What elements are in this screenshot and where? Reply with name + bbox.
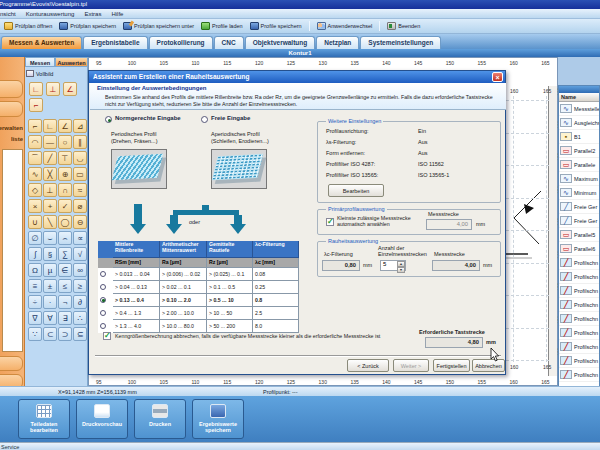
- list-item[interactable]: ╱Profilschn: [559, 340, 599, 354]
- wizard-button-abbrechen[interactable]: Abbrechen: [472, 359, 505, 372]
- tool-icon[interactable]: ∩: [58, 183, 72, 197]
- anzahl-spinner[interactable]: 5 ▲▼: [380, 260, 406, 271]
- main-tab-2[interactable]: Protokollierung: [149, 36, 213, 49]
- sidebar-section-verwalten[interactable]: verwalten: [0, 125, 23, 131]
- list-item[interactable]: ∿Ausgleichs: [559, 116, 599, 130]
- tool-icon[interactable]: √: [73, 247, 87, 261]
- wizard-button-zurck[interactable]: < Zurück: [347, 359, 389, 372]
- tool-icon[interactable]: ○: [58, 135, 72, 149]
- main-tab-4[interactable]: Objektverwaltung: [245, 36, 316, 49]
- sidebar-button[interactable]: [0, 356, 23, 371]
- row-radio-button[interactable]: [100, 284, 106, 290]
- list-item[interactable]: ▭Parallele: [559, 158, 599, 172]
- row-radio-button[interactable]: [100, 323, 106, 329]
- tool-icon[interactable]: ∝: [73, 231, 87, 245]
- tool-icon[interactable]: ∞: [73, 263, 87, 277]
- spinner-down-icon[interactable]: ▼: [397, 267, 405, 273]
- tool-icon[interactable]: ◠: [28, 135, 42, 149]
- tool-icon[interactable]: ∅: [28, 231, 42, 245]
- datum-tool-icon[interactable]: ⊥: [46, 82, 60, 96]
- row-radio-button[interactable]: [100, 310, 106, 316]
- tool-icon[interactable]: ⌒: [28, 151, 42, 165]
- sidebar-button[interactable]: [0, 101, 23, 117]
- tool-icon[interactable]: ≤: [58, 279, 72, 293]
- radio-freie-eingabe[interactable]: [201, 116, 208, 123]
- results-column-header[interactable]: Name: [559, 93, 599, 102]
- tab-messen[interactable]: Messen: [25, 57, 55, 67]
- main-tab-6[interactable]: Systemeinstellungen: [360, 36, 441, 49]
- datum-tool-icon[interactable]: ∟: [29, 82, 43, 96]
- tool-icon[interactable]: ⊖: [73, 215, 87, 229]
- radio-free-label[interactable]: Freie Eingabe: [211, 115, 250, 121]
- tool-icon[interactable]: ╳: [43, 167, 57, 181]
- sidebar-tab-liste[interactable]: liste: [11, 136, 23, 142]
- tool-icon[interactable]: ╲: [43, 215, 57, 229]
- tool-icon[interactable]: ⊿: [73, 119, 87, 133]
- list-item[interactable]: ▭Parallel5: [559, 228, 599, 242]
- dialog-titlebar[interactable]: Assistent zum Erstellen einer Rauheitsau…: [89, 71, 505, 83]
- main-tab-3[interactable]: CNC: [214, 36, 244, 49]
- tool-icon[interactable]: ×: [28, 199, 42, 213]
- bottom-button-1[interactable]: Druckvorschau: [76, 399, 128, 439]
- toolbar-button-6[interactable]: Beenden: [387, 22, 420, 30]
- tool-icon[interactable]: ∇: [28, 311, 42, 325]
- tool-icon[interactable]: ⊤: [58, 151, 72, 165]
- list-item[interactable]: ╱Profilschn: [559, 312, 599, 326]
- list-item[interactable]: ∿Maximum: [559, 172, 599, 186]
- tool-icon[interactable]: ╱: [43, 151, 57, 165]
- bottom-button-0[interactable]: Teiledaten bearbeiten: [18, 399, 70, 439]
- tool-icon[interactable]: ÷: [28, 295, 42, 309]
- toolbar-button-5[interactable]: Anwenderwechsel: [317, 22, 373, 30]
- toolbar-button-2[interactable]: Prüfplan speichern unter: [123, 22, 194, 30]
- table-row[interactable]: > 0.13 ... 0.4> 0.10 ... 2.0> 0.5 ... 10…: [98, 294, 299, 307]
- lc-filterung-field[interactable]: 0,80: [322, 260, 360, 271]
- list-item[interactable]: ╱Profilschn: [559, 256, 599, 270]
- datum-tool-icon[interactable]: ⌐: [29, 98, 43, 112]
- dialog-close-icon[interactable]: ×: [492, 72, 503, 82]
- tool-icon[interactable]: ▭: [73, 167, 87, 181]
- list-item[interactable]: ▭Parallel2: [559, 144, 599, 158]
- wizard-button-fertigstellen[interactable]: Fertigstellen: [433, 359, 470, 372]
- list-item[interactable]: ∿Messstelle: [559, 102, 599, 116]
- table-radio-cell[interactable]: [98, 307, 113, 320]
- abort-checkbox-label[interactable]: Kenngrößenberechnung abbrechen, falls di…: [115, 333, 405, 339]
- list-item[interactable]: ╱Profilschn: [559, 284, 599, 298]
- tool-icon[interactable]: ∥: [73, 135, 87, 149]
- auto-messstrecke-checkbox[interactable]: ✓: [326, 218, 334, 226]
- tool-icon[interactable]: ∟: [43, 119, 57, 133]
- toolbar-button-0[interactable]: Prüfplan öffnen: [4, 22, 52, 30]
- toolbar-button-1[interactable]: Prüfplan speichern: [59, 22, 116, 30]
- bottom-button-2[interactable]: Drucken: [134, 399, 186, 439]
- tool-icon[interactable]: ◡: [73, 151, 87, 165]
- tool-icon[interactable]: ∴: [73, 311, 87, 325]
- rauheit-messstrecke-field[interactable]: 4,00: [432, 260, 480, 271]
- table-radio-cell[interactable]: [98, 294, 113, 307]
- list-item[interactable]: ╱Profilschn: [559, 368, 599, 382]
- list-item[interactable]: ╱Freie Ger: [559, 214, 599, 228]
- tool-icon[interactable]: ¬: [58, 295, 72, 309]
- list-item[interactable]: ▪B1: [559, 130, 599, 144]
- toolbar-button-4[interactable]: Profile speichern: [250, 22, 302, 30]
- tool-icon[interactable]: µ: [43, 263, 57, 277]
- tab-auswerten[interactable]: Auswerten: [55, 57, 88, 67]
- tool-icon[interactable]: ⊥: [43, 183, 57, 197]
- list-item[interactable]: ╱Profilschn: [559, 326, 599, 340]
- tool-icon[interactable]: ⊕: [58, 167, 72, 181]
- radio-norm-label[interactable]: Normgerechte Eingabe: [115, 115, 181, 121]
- row-radio-button[interactable]: [100, 271, 106, 277]
- tool-icon[interactable]: ∵: [28, 327, 42, 341]
- tool-icon[interactable]: ◇: [28, 183, 42, 197]
- sidebar-button[interactable]: [0, 80, 23, 98]
- bearbeiten-button[interactable]: Bearbeiten: [328, 184, 384, 197]
- table-row[interactable]: > 0.04 ... 0.13> 0.02 ... 0.1> 0.1 ... 0…: [98, 281, 299, 294]
- tool-icon[interactable]: ·: [43, 295, 57, 309]
- tool-icon[interactable]: ◯: [58, 215, 72, 229]
- tool-icon[interactable]: ∫: [28, 247, 42, 261]
- auto-messstrecke-label[interactable]: Kleinste zulässige Messstrecke automatis…: [337, 215, 421, 227]
- tool-icon[interactable]: ∑: [58, 247, 72, 261]
- tool-icon[interactable]: ∪: [28, 215, 42, 229]
- tool-icon[interactable]: ⊂: [43, 327, 57, 341]
- aperiodic-profile-image[interactable]: [211, 149, 267, 189]
- periodic-profile-image[interactable]: [111, 149, 167, 189]
- table-row[interactable]: > 0.4 ... 1.3> 2.00 ... 10.0> 10 ... 502…: [98, 307, 299, 320]
